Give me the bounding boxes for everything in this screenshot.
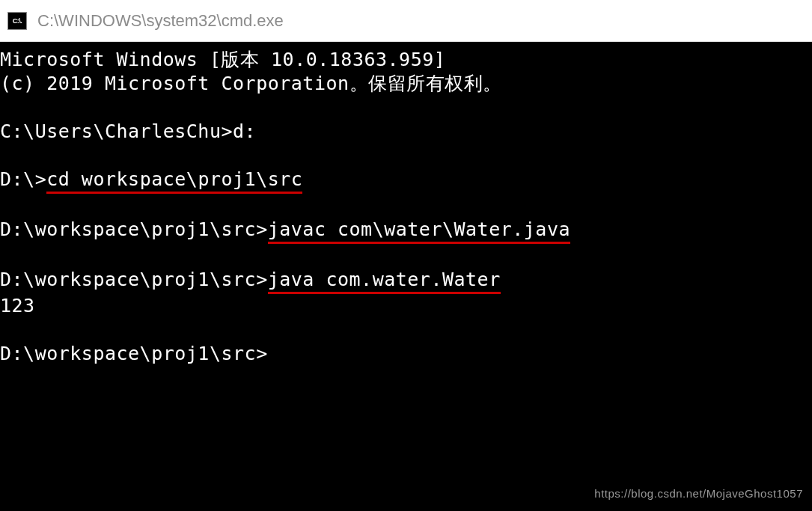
- window-titlebar: C:\. C:\WINDOWS\system32\cmd.exe: [0, 0, 812, 42]
- window-title: C:\WINDOWS\system32\cmd.exe: [37, 11, 284, 31]
- blank-line: [0, 194, 812, 218]
- prompt: C:\Users\CharlesChu>: [0, 120, 233, 142]
- blank-line: [0, 318, 812, 342]
- command-underlined: java com.water.Water: [268, 268, 501, 294]
- terminal-output: 123: [0, 294, 812, 318]
- prompt: D:\workspace\proj1\src>: [0, 218, 268, 240]
- terminal-output: (c) 2019 Microsoft Corporation。保留所有权利。: [0, 72, 812, 96]
- blank-line: [0, 144, 812, 168]
- terminal-command-line: D:\workspace\proj1\src>javac com\water\W…: [0, 218, 812, 244]
- terminal-command-line: D:\workspace\proj1\src>java com.water.Wa…: [0, 268, 812, 294]
- prompt: D:\workspace\proj1\src>: [0, 269, 268, 290]
- blank-line: [0, 244, 812, 268]
- cmd-icon-text: C:\.: [13, 17, 22, 25]
- terminal-command-line: D:\>cd workspace\proj1\src: [0, 168, 812, 194]
- cmd-icon: C:\.: [7, 12, 27, 30]
- terminal-output: Microsoft Windows [版本 10.0.18363.959]: [0, 48, 812, 72]
- command-underlined: javac com\water\Water.java: [268, 218, 570, 244]
- blank-line: [0, 96, 812, 120]
- terminal-command-line: C:\Users\CharlesChu>d:: [0, 120, 812, 144]
- terminal-area[interactable]: Microsoft Windows [版本 10.0.18363.959] (c…: [0, 42, 812, 511]
- prompt: D:\>: [0, 168, 46, 190]
- watermark-text: https://blog.csdn.net/MojaveGhost1057: [594, 486, 803, 501]
- terminal-prompt: D:\workspace\proj1\src>: [0, 342, 812, 366]
- command-underlined: cd workspace\proj1\src: [46, 168, 302, 194]
- command: d:: [233, 120, 256, 142]
